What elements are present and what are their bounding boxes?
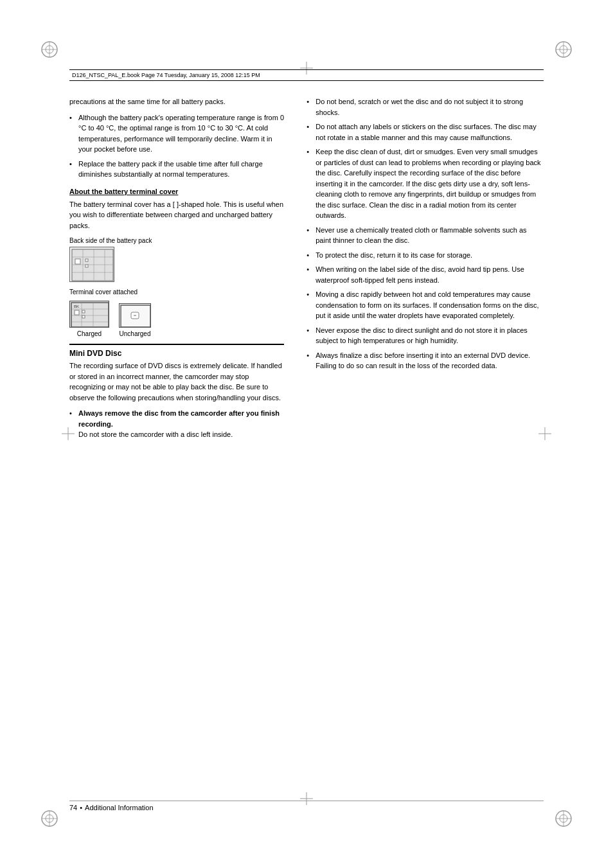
battery-intro-text: The battery terminal cover has a [ ]-sha… [69,199,284,231]
corner-decoration-bl [40,809,59,828]
footer-section: Additional Information [85,804,153,811]
battery-charged-diagram: BK [69,301,109,328]
uncharged-label: Uncharged [120,330,151,337]
content-area: precautions at the same time for all bat… [69,87,544,804]
battery-charged-item: BK Charged [69,301,109,337]
bullet-replace-pack: • Replace the battery pack if the usable… [69,159,284,180]
right-bullet-dot-2: • [306,146,315,221]
svg-text:BK: BK [74,305,79,308]
back-side-label: Back side of the battery pack [69,237,284,244]
right-bullet-dot-7: • [306,325,315,346]
battery-uncharged-diagram [119,303,151,328]
svg-rect-31 [75,259,80,264]
right-bullet-7: • Never expose the disc to direct sunlig… [306,325,544,346]
right-bullet-text-0: Do not bend, scratch or wet the disc and… [315,96,544,118]
mini-dvd-heading: Mini DVD Disc [69,344,284,358]
footer-separator: • [80,804,82,811]
page-footer: 74 • Additional Information [69,801,544,811]
right-bullet-3: • Never use a chemically treated cloth o… [306,225,544,246]
bullet-operating-temp: • Although the battery pack's operating … [69,112,284,155]
battery-diagram-area: Back side of the battery pack [69,237,284,337]
bullet-sub-always-remove: Do not store the camcorder with a disc l… [78,430,233,438]
bullet-dot-always-remove: • [69,408,78,440]
page-container: D126_NTSC_PAL_E.book Page 74 Tuesday, Ja… [0,0,613,868]
right-bullet-6: • Moving a disc rapidly between hot and … [306,289,544,321]
corner-decoration-br [554,809,573,828]
header-bar: D126_NTSC_PAL_E.book Page 74 Tuesday, Ja… [69,69,544,81]
header-file-info: D126_NTSC_PAL_E.book Page 74 Tuesday, Ja… [69,71,263,80]
right-bullet-text-2: Keep the disc clean of dust, dirt or smu… [315,146,544,221]
right-bullet-text-5: When writing on the label side of the di… [315,264,544,285]
bullet-text-always-remove: Always remove the disc from the camcorde… [78,408,284,440]
right-column: • Do not bend, scratch or wet the disc a… [297,87,544,804]
right-bullet-text-4: To protect the disc, return it to its ca… [315,250,544,261]
corner-decoration-tr [554,40,573,59]
right-bullet-text-8: Always finalize a disc before inserting … [315,350,544,371]
battery-back-diagram [69,247,114,282]
left-column: precautions at the same time for all bat… [69,87,297,804]
battery-section-heading: About the battery terminal cover [69,188,284,195]
svg-rect-24 [72,249,113,281]
right-bullet-dot-3: • [306,225,315,246]
charged-label: Charged [77,330,102,337]
right-bullet-2: • Keep the disc clean of dust, dirt or s… [306,146,544,221]
bullet-bold-always-remove: Always remove the disc from the camcorde… [78,409,280,428]
right-bullet-0: • Do not bend, scratch or wet the disc a… [306,96,544,118]
right-bullet-text-3: Never use a chemically treated cloth or … [315,225,544,246]
bullet-text-replace-pack: Replace the battery pack if the usable t… [78,159,284,180]
right-bullet-dot-6: • [306,289,315,321]
right-bullet-4: • To protect the disc, return it to its … [306,250,544,261]
right-bullet-5: • When writing on the label side of the … [306,264,544,285]
charged-uncharged-row: BK Charged [69,301,284,337]
right-bullet-dot-4: • [306,250,315,261]
footer-page-number: 74 [69,804,77,811]
right-bullet-dot-0: • [306,96,315,118]
right-bullet-8: • Always finalize a disc before insertin… [306,350,544,371]
right-bullet-1: • Do not attach any labels or stickers o… [306,121,544,143]
right-bullet-text-6: Moving a disc rapidly between hot and co… [315,289,544,321]
terminal-cover-label: Terminal cover attached [69,288,284,296]
bullet-text-operating-temp: Although the battery pack's operating te… [78,112,284,155]
bullet-dot-2: • [69,159,78,180]
bullet-dot: • [69,112,78,155]
mini-dvd-intro: The recording surface of DVD discs is ex… [69,360,284,403]
right-bullet-text-1: Do not attach any labels or stickers on … [315,121,544,143]
right-bullet-dot-5: • [306,264,315,285]
right-bullet-dot-1: • [306,121,315,143]
svg-rect-42 [82,310,85,313]
battery-uncharged-item: Uncharged [119,303,151,337]
svg-rect-41 [75,310,79,315]
right-bullet-text-7: Never expose the disc to direct sunlight… [315,325,544,346]
bullet-always-remove: • Always remove the disc from the camcor… [69,408,284,440]
svg-rect-43 [82,315,85,318]
corner-decoration-tl [40,40,59,59]
svg-rect-33 [85,265,88,267]
right-bullet-dot-8: • [306,350,315,371]
intro-para-1: precautions at the same time for all bat… [69,96,284,107]
svg-rect-32 [85,259,88,261]
